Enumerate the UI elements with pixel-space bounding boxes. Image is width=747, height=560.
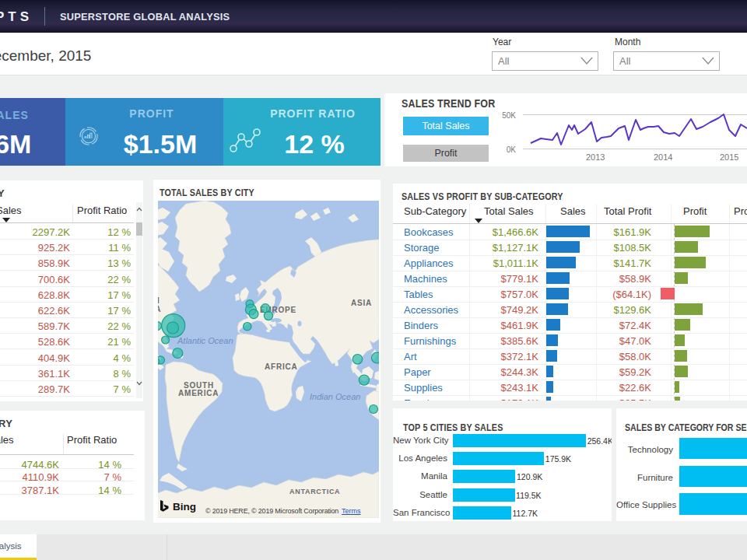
svg-text:NORTH: NORTH [158,296,160,305]
svg-text:ANTARCTICA: ANTARCTICA [289,488,340,495]
svg-text:AFRICA: AFRICA [265,362,298,371]
svg-text:ASIA: ASIA [351,299,372,307]
svg-text:AMERICA: AMERICA [158,305,161,313]
svg-text:Indian Ocean: Indian Ocean [310,392,360,401]
svg-text:Atlantic Ocean: Atlantic Ocean [177,336,233,345]
svg-text:AMERICA: AMERICA [178,389,219,397]
